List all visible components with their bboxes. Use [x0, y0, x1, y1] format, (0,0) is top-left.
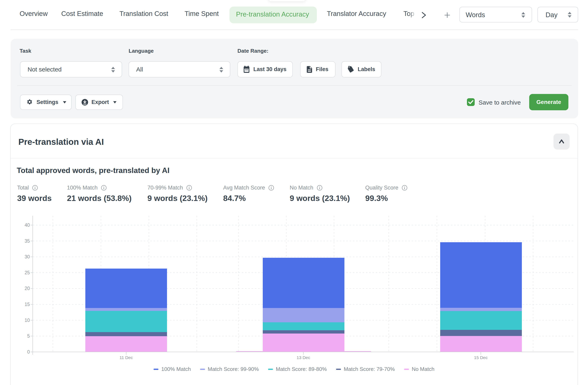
- svg-text:25: 25: [24, 270, 30, 275]
- svg-text:10: 10: [24, 318, 30, 323]
- svg-text:40: 40: [24, 222, 30, 228]
- svg-text:15 Dec: 15 Dec: [474, 355, 488, 360]
- svg-text:30: 30: [24, 254, 30, 259]
- svg-text:0: 0: [27, 349, 30, 355]
- svg-text:11 Dec: 11 Dec: [120, 355, 133, 360]
- svg-text:13 Dec: 13 Dec: [297, 355, 310, 360]
- svg-text:15: 15: [24, 302, 30, 307]
- svg-text:5: 5: [27, 333, 30, 339]
- svg-text:35: 35: [24, 238, 30, 244]
- svg-text:20: 20: [24, 286, 30, 291]
